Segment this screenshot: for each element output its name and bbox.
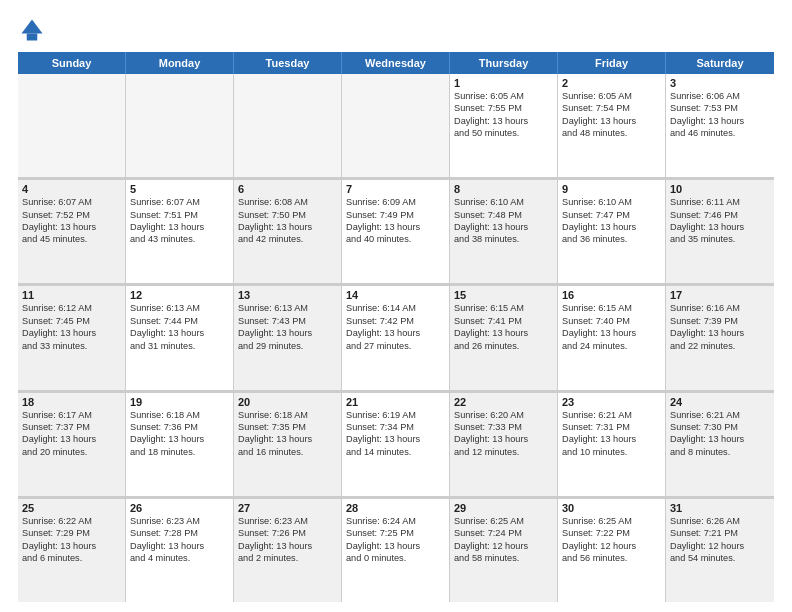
day-info: Sunrise: 6:14 AM Sunset: 7:42 PM Dayligh…	[346, 302, 445, 352]
day-info: Sunrise: 6:05 AM Sunset: 7:55 PM Dayligh…	[454, 90, 553, 140]
day-number: 14	[346, 289, 445, 301]
cal-cell-27: 27Sunrise: 6:23 AM Sunset: 7:26 PM Dayli…	[234, 499, 342, 602]
day-number: 21	[346, 396, 445, 408]
day-number: 27	[238, 502, 337, 514]
logo-icon	[18, 16, 46, 44]
svg-marker-0	[22, 20, 43, 34]
day-number: 30	[562, 502, 661, 514]
cal-cell-25: 25Sunrise: 6:22 AM Sunset: 7:29 PM Dayli…	[18, 499, 126, 602]
cal-cell-9: 9Sunrise: 6:10 AM Sunset: 7:47 PM Daylig…	[558, 180, 666, 283]
day-number: 26	[130, 502, 229, 514]
cal-cell-12: 12Sunrise: 6:13 AM Sunset: 7:44 PM Dayli…	[126, 286, 234, 389]
day-info: Sunrise: 6:21 AM Sunset: 7:30 PM Dayligh…	[670, 409, 770, 459]
cal-cell-empty-0-1	[126, 74, 234, 177]
day-info: Sunrise: 6:12 AM Sunset: 7:45 PM Dayligh…	[22, 302, 121, 352]
day-number: 16	[562, 289, 661, 301]
page: SundayMondayTuesdayWednesdayThursdayFrid…	[0, 0, 792, 612]
cal-cell-empty-0-2	[234, 74, 342, 177]
calendar-body: 1Sunrise: 6:05 AM Sunset: 7:55 PM Daylig…	[18, 74, 774, 602]
day-info: Sunrise: 6:15 AM Sunset: 7:41 PM Dayligh…	[454, 302, 553, 352]
day-info: Sunrise: 6:07 AM Sunset: 7:52 PM Dayligh…	[22, 196, 121, 246]
cal-cell-13: 13Sunrise: 6:13 AM Sunset: 7:43 PM Dayli…	[234, 286, 342, 389]
day-number: 31	[670, 502, 770, 514]
day-number: 3	[670, 77, 770, 89]
day-number: 15	[454, 289, 553, 301]
calendar-row-2: 11Sunrise: 6:12 AM Sunset: 7:45 PM Dayli…	[18, 284, 774, 390]
cal-cell-4: 4Sunrise: 6:07 AM Sunset: 7:52 PM Daylig…	[18, 180, 126, 283]
cal-cell-24: 24Sunrise: 6:21 AM Sunset: 7:30 PM Dayli…	[666, 393, 774, 496]
day-number: 29	[454, 502, 553, 514]
day-number: 8	[454, 183, 553, 195]
day-info: Sunrise: 6:26 AM Sunset: 7:21 PM Dayligh…	[670, 515, 770, 565]
cal-cell-18: 18Sunrise: 6:17 AM Sunset: 7:37 PM Dayli…	[18, 393, 126, 496]
cal-cell-11: 11Sunrise: 6:12 AM Sunset: 7:45 PM Dayli…	[18, 286, 126, 389]
header-cell-tuesday: Tuesday	[234, 52, 342, 74]
calendar-row-0: 1Sunrise: 6:05 AM Sunset: 7:55 PM Daylig…	[18, 74, 774, 178]
day-number: 5	[130, 183, 229, 195]
cal-cell-5: 5Sunrise: 6:07 AM Sunset: 7:51 PM Daylig…	[126, 180, 234, 283]
calendar-row-1: 4Sunrise: 6:07 AM Sunset: 7:52 PM Daylig…	[18, 178, 774, 284]
cal-cell-2: 2Sunrise: 6:05 AM Sunset: 7:54 PM Daylig…	[558, 74, 666, 177]
day-number: 4	[22, 183, 121, 195]
day-info: Sunrise: 6:20 AM Sunset: 7:33 PM Dayligh…	[454, 409, 553, 459]
day-info: Sunrise: 6:06 AM Sunset: 7:53 PM Dayligh…	[670, 90, 770, 140]
day-number: 19	[130, 396, 229, 408]
day-info: Sunrise: 6:23 AM Sunset: 7:28 PM Dayligh…	[130, 515, 229, 565]
cal-cell-23: 23Sunrise: 6:21 AM Sunset: 7:31 PM Dayli…	[558, 393, 666, 496]
day-info: Sunrise: 6:10 AM Sunset: 7:47 PM Dayligh…	[562, 196, 661, 246]
cal-cell-empty-0-3	[342, 74, 450, 177]
day-number: 28	[346, 502, 445, 514]
cal-cell-1: 1Sunrise: 6:05 AM Sunset: 7:55 PM Daylig…	[450, 74, 558, 177]
calendar-row-3: 18Sunrise: 6:17 AM Sunset: 7:37 PM Dayli…	[18, 391, 774, 497]
day-number: 2	[562, 77, 661, 89]
day-info: Sunrise: 6:18 AM Sunset: 7:36 PM Dayligh…	[130, 409, 229, 459]
day-info: Sunrise: 6:18 AM Sunset: 7:35 PM Dayligh…	[238, 409, 337, 459]
day-number: 13	[238, 289, 337, 301]
cal-cell-31: 31Sunrise: 6:26 AM Sunset: 7:21 PM Dayli…	[666, 499, 774, 602]
day-info: Sunrise: 6:13 AM Sunset: 7:43 PM Dayligh…	[238, 302, 337, 352]
day-info: Sunrise: 6:21 AM Sunset: 7:31 PM Dayligh…	[562, 409, 661, 459]
cal-cell-6: 6Sunrise: 6:08 AM Sunset: 7:50 PM Daylig…	[234, 180, 342, 283]
cal-cell-30: 30Sunrise: 6:25 AM Sunset: 7:22 PM Dayli…	[558, 499, 666, 602]
cal-cell-20: 20Sunrise: 6:18 AM Sunset: 7:35 PM Dayli…	[234, 393, 342, 496]
cal-cell-8: 8Sunrise: 6:10 AM Sunset: 7:48 PM Daylig…	[450, 180, 558, 283]
cal-cell-28: 28Sunrise: 6:24 AM Sunset: 7:25 PM Dayli…	[342, 499, 450, 602]
cal-cell-10: 10Sunrise: 6:11 AM Sunset: 7:46 PM Dayli…	[666, 180, 774, 283]
header-cell-sunday: Sunday	[18, 52, 126, 74]
day-info: Sunrise: 6:25 AM Sunset: 7:24 PM Dayligh…	[454, 515, 553, 565]
day-number: 6	[238, 183, 337, 195]
cal-cell-19: 19Sunrise: 6:18 AM Sunset: 7:36 PM Dayli…	[126, 393, 234, 496]
cal-cell-21: 21Sunrise: 6:19 AM Sunset: 7:34 PM Dayli…	[342, 393, 450, 496]
day-info: Sunrise: 6:15 AM Sunset: 7:40 PM Dayligh…	[562, 302, 661, 352]
cal-cell-29: 29Sunrise: 6:25 AM Sunset: 7:24 PM Dayli…	[450, 499, 558, 602]
day-number: 23	[562, 396, 661, 408]
cal-cell-22: 22Sunrise: 6:20 AM Sunset: 7:33 PM Dayli…	[450, 393, 558, 496]
day-number: 20	[238, 396, 337, 408]
header-cell-saturday: Saturday	[666, 52, 774, 74]
calendar-row-4: 25Sunrise: 6:22 AM Sunset: 7:29 PM Dayli…	[18, 497, 774, 602]
day-number: 10	[670, 183, 770, 195]
cal-cell-16: 16Sunrise: 6:15 AM Sunset: 7:40 PM Dayli…	[558, 286, 666, 389]
header	[18, 16, 774, 44]
day-info: Sunrise: 6:09 AM Sunset: 7:49 PM Dayligh…	[346, 196, 445, 246]
calendar-header: SundayMondayTuesdayWednesdayThursdayFrid…	[18, 52, 774, 74]
day-number: 22	[454, 396, 553, 408]
day-info: Sunrise: 6:07 AM Sunset: 7:51 PM Dayligh…	[130, 196, 229, 246]
day-info: Sunrise: 6:24 AM Sunset: 7:25 PM Dayligh…	[346, 515, 445, 565]
day-number: 11	[22, 289, 121, 301]
logo	[18, 16, 50, 44]
svg-rect-1	[27, 34, 38, 41]
day-info: Sunrise: 6:11 AM Sunset: 7:46 PM Dayligh…	[670, 196, 770, 246]
day-number: 17	[670, 289, 770, 301]
day-number: 24	[670, 396, 770, 408]
day-number: 18	[22, 396, 121, 408]
cal-cell-14: 14Sunrise: 6:14 AM Sunset: 7:42 PM Dayli…	[342, 286, 450, 389]
header-cell-thursday: Thursday	[450, 52, 558, 74]
cal-cell-26: 26Sunrise: 6:23 AM Sunset: 7:28 PM Dayli…	[126, 499, 234, 602]
cal-cell-3: 3Sunrise: 6:06 AM Sunset: 7:53 PM Daylig…	[666, 74, 774, 177]
day-info: Sunrise: 6:16 AM Sunset: 7:39 PM Dayligh…	[670, 302, 770, 352]
cal-cell-17: 17Sunrise: 6:16 AM Sunset: 7:39 PM Dayli…	[666, 286, 774, 389]
header-cell-wednesday: Wednesday	[342, 52, 450, 74]
day-info: Sunrise: 6:23 AM Sunset: 7:26 PM Dayligh…	[238, 515, 337, 565]
calendar: SundayMondayTuesdayWednesdayThursdayFrid…	[18, 52, 774, 602]
